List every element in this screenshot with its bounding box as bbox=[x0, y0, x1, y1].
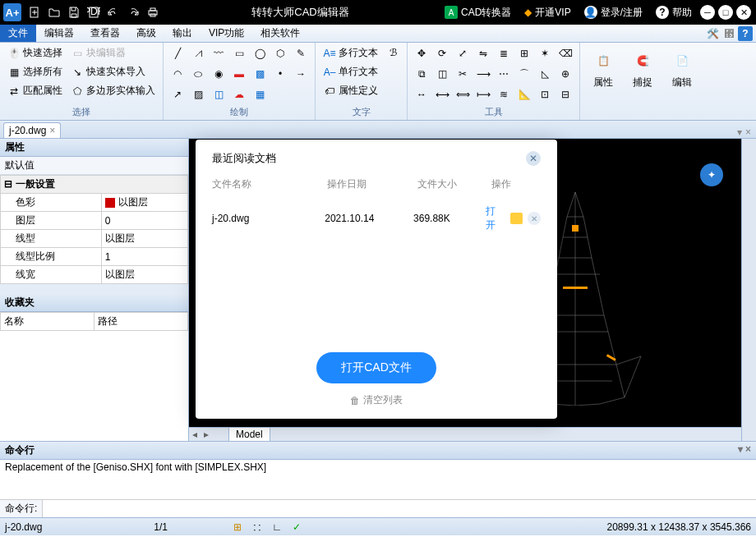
scroll-right-icon[interactable]: ▸ bbox=[201, 429, 212, 440]
menu-help-icon[interactable]: ? bbox=[738, 26, 753, 41]
menu-vip[interactable]: VIP功能 bbox=[201, 25, 252, 42]
match-attrs-button[interactable]: ⇄匹配属性 bbox=[5, 82, 65, 99]
scroll-left-icon[interactable]: ◂ bbox=[189, 429, 201, 440]
print-icon[interactable] bbox=[143, 2, 163, 22]
recent-file-open-link[interactable]: 打开 bbox=[486, 204, 505, 232]
close-button[interactable]: ✕ bbox=[736, 5, 751, 20]
multiline-text-button[interactable]: A≡多行文本 bbox=[320, 44, 380, 62]
polar-mode-icon[interactable]: ✓ bbox=[289, 520, 304, 535]
view-cube-icon[interactable]: ✦ bbox=[700, 163, 723, 186]
table-icon[interactable]: ▦ bbox=[251, 85, 269, 103]
menu-file[interactable]: 文件 bbox=[0, 25, 36, 42]
ortho-mode-icon[interactable]: ∟ bbox=[270, 520, 284, 535]
erase-icon[interactable]: ⌫ bbox=[556, 44, 574, 62]
general-settings-header[interactable]: ⊟一般设置 bbox=[1, 176, 188, 194]
attr-def-button[interactable]: 🏷属性定义 bbox=[320, 82, 380, 99]
command-panel-dropdown-icon[interactable]: ▾ × bbox=[738, 443, 751, 457]
group-icon[interactable]: ⊡ bbox=[536, 85, 554, 103]
menu-output[interactable]: 输出 bbox=[164, 25, 201, 42]
settings-icon[interactable]: 🛠️ bbox=[705, 26, 720, 41]
lengthen-icon[interactable]: ⟷ bbox=[433, 85, 451, 103]
singleline-text-button[interactable]: A–单行文本 bbox=[320, 63, 380, 80]
measure2-icon[interactable]: ⟼ bbox=[474, 85, 492, 103]
dim-icon[interactable]: ⟺ bbox=[454, 85, 472, 103]
offset-icon[interactable]: ◫ bbox=[433, 65, 451, 83]
rotate-icon[interactable]: ⟳ bbox=[433, 44, 451, 62]
circle-icon[interactable]: ◯ bbox=[251, 44, 269, 62]
open-icon[interactable] bbox=[44, 2, 64, 22]
fill-rect-icon[interactable]: ▬ bbox=[230, 65, 248, 83]
minimize-button[interactable]: ─ bbox=[700, 5, 715, 20]
measure-icon[interactable]: 📐 bbox=[515, 85, 533, 103]
array-icon[interactable]: ⊞ bbox=[515, 44, 533, 62]
revision-icon[interactable]: ☁ bbox=[230, 85, 248, 103]
recent-file-delete-icon[interactable]: ✕ bbox=[528, 212, 541, 225]
select-all-button[interactable]: ▦选择所有 bbox=[5, 63, 65, 80]
copy-icon[interactable]: ⧉ bbox=[413, 65, 431, 83]
cad-converter-button[interactable]: ACAD转换器 bbox=[438, 2, 518, 22]
polygon-icon[interactable]: ⬡ bbox=[271, 44, 289, 62]
tab-close-icon[interactable]: × bbox=[49, 125, 55, 136]
polygon-entity-input-button[interactable]: ⬠多边形实体输入 bbox=[68, 82, 158, 99]
maximize-button[interactable]: □ bbox=[718, 5, 733, 20]
folder-icon[interactable] bbox=[510, 213, 523, 224]
grid-mode-icon[interactable]: ⸬ bbox=[250, 520, 265, 535]
block-editor-button[interactable]: ▭块编辑器 bbox=[68, 44, 158, 62]
stretch-icon[interactable]: ↔ bbox=[413, 85, 431, 103]
point-icon[interactable]: • bbox=[271, 65, 289, 83]
model-tab[interactable]: Model bbox=[228, 427, 270, 441]
save-icon[interactable] bbox=[64, 2, 84, 22]
edit-button[interactable]: 📄 编辑 bbox=[664, 44, 700, 93]
tab-close-all-icon[interactable]: × bbox=[745, 126, 751, 138]
arc-icon[interactable]: ◠ bbox=[168, 65, 187, 83]
pdf-icon[interactable]: PDF bbox=[84, 2, 104, 22]
dialog-close-icon[interactable]: ✕ bbox=[526, 151, 541, 166]
snap-mode-icon[interactable]: ⊞ bbox=[230, 520, 245, 535]
mirror-icon[interactable]: ⇋ bbox=[474, 44, 492, 62]
fillet-icon[interactable]: ⌒ bbox=[515, 65, 533, 83]
hatch-icon[interactable]: ▨ bbox=[189, 85, 207, 103]
ring-icon[interactable]: ◉ bbox=[210, 65, 228, 83]
chevron-down-icon[interactable]: ⵩ bbox=[721, 26, 736, 41]
xline-icon[interactable]: ↗ bbox=[168, 85, 187, 103]
clear-list-button[interactable]: 🗑 清空列表 bbox=[350, 393, 403, 407]
quick-select-button[interactable]: 🖱️快速选择 bbox=[5, 44, 65, 62]
move-icon[interactable]: ✥ bbox=[413, 44, 431, 62]
gradient-icon[interactable]: ◫ bbox=[210, 85, 228, 103]
join-icon[interactable]: ⊕ bbox=[556, 65, 574, 83]
text-style-icon[interactable]: ℬ bbox=[384, 44, 402, 61]
break-icon[interactable]: ⋯ bbox=[495, 65, 513, 83]
attrs-button[interactable]: 📋 属性 bbox=[585, 44, 621, 93]
polyline-icon[interactable]: ⩘ bbox=[189, 44, 207, 62]
undo-icon[interactable] bbox=[104, 2, 123, 22]
ellipse-icon[interactable]: ⬭ bbox=[189, 65, 207, 83]
new-icon[interactable] bbox=[25, 2, 44, 22]
ungroup-icon[interactable]: ⊟ bbox=[556, 85, 574, 103]
snap-button[interactable]: 🧲 捕捉 bbox=[625, 44, 661, 93]
login-button[interactable]: 👤登录/注册 bbox=[578, 2, 649, 22]
menu-related[interactable]: 相关软件 bbox=[252, 25, 308, 42]
align-icon[interactable]: ≣ bbox=[495, 44, 513, 62]
canvas-horizontal-scrollbar[interactable]: ◂ ▸ Model bbox=[189, 427, 742, 441]
menu-advanced[interactable]: 高级 bbox=[128, 25, 164, 42]
help-button[interactable]: ?帮助 bbox=[649, 2, 698, 22]
tab-dropdown-icon[interactable]: ▾ bbox=[737, 126, 742, 138]
layer-icon[interactable]: ≋ bbox=[495, 85, 513, 103]
scale-icon[interactable]: ⤢ bbox=[454, 44, 472, 62]
open-cad-file-button[interactable]: 打开CAD文件 bbox=[316, 352, 436, 383]
spline-icon[interactable]: 〰 bbox=[210, 44, 228, 62]
line-icon[interactable]: ╱ bbox=[168, 44, 187, 62]
rect-icon[interactable]: ▭ bbox=[230, 44, 248, 62]
menu-viewer[interactable]: 查看器 bbox=[82, 25, 128, 42]
chamfer-icon[interactable]: ◺ bbox=[536, 65, 554, 83]
sketch-icon[interactable]: ✎ bbox=[292, 44, 310, 62]
explode-icon[interactable]: ✶ bbox=[536, 44, 554, 62]
menu-editor[interactable]: 编辑器 bbox=[36, 25, 82, 42]
command-input[interactable] bbox=[43, 500, 756, 517]
open-vip-button[interactable]: ◆开通VIP bbox=[518, 2, 577, 22]
document-tab[interactable]: j-20.dwg × bbox=[3, 122, 61, 138]
trim-icon[interactable]: ✂ bbox=[454, 65, 472, 83]
redo-icon[interactable] bbox=[123, 2, 143, 22]
fast-entity-import-button[interactable]: ↘快速实体导入 bbox=[68, 63, 158, 80]
block-icon[interactable]: ▩ bbox=[251, 65, 269, 83]
